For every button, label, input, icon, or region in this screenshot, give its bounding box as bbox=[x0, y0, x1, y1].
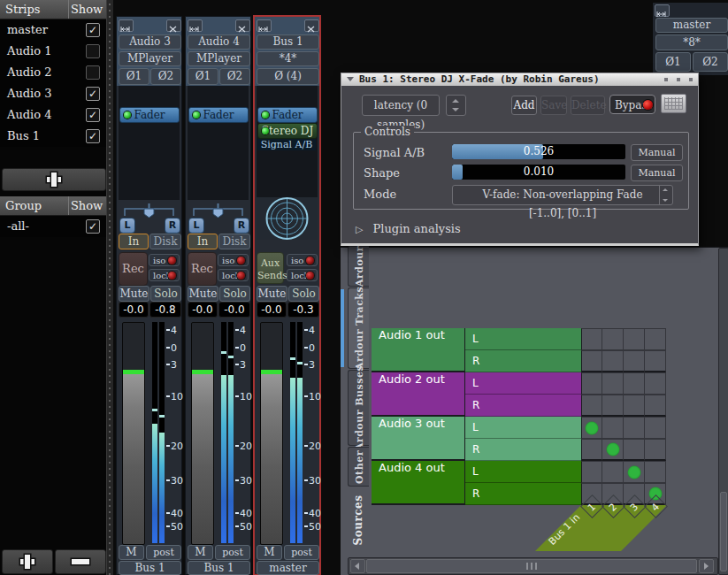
dialog-titlebar[interactable]: Bus 1: Stereo DJ X-Fade (by Robin Gareus… bbox=[341, 73, 698, 86]
matrix-cell[interactable] bbox=[624, 350, 645, 372]
fader-processor-button[interactable]: Fader bbox=[188, 107, 249, 123]
matrix-tab-ardour-busses[interactable]: Ardour Busses bbox=[348, 370, 369, 446]
plugin-analysis-expander[interactable]: ▷ Plugin analysis bbox=[356, 219, 461, 236]
meter-point-button[interactable]: post bbox=[284, 545, 319, 560]
solo-isolate-button[interactable]: iso bbox=[149, 254, 180, 266]
matrix-cell[interactable] bbox=[581, 328, 602, 350]
automation-mode-button[interactable]: Manual bbox=[631, 165, 683, 181]
plugin-control-readout[interactable]: Signal A/B bbox=[257, 139, 316, 150]
pan-left-button[interactable]: L bbox=[119, 218, 135, 234]
meter-point-button[interactable]: post bbox=[146, 545, 181, 560]
matrix-cell[interactable] bbox=[624, 395, 645, 417]
strip-name-button[interactable]: Bus 1 bbox=[257, 34, 319, 50]
matrix-channel-label[interactable]: R bbox=[465, 350, 581, 372]
matrix-cell[interactable] bbox=[602, 417, 624, 439]
mode-dropdown[interactable]: V-fade: Non-overlapping Fade [-1..0], [0… bbox=[452, 185, 673, 205]
matrix-cell[interactable] bbox=[645, 350, 666, 372]
matrix-channel-label[interactable]: L bbox=[465, 372, 581, 395]
peak-display[interactable]: -0.8 bbox=[149, 302, 181, 318]
peak-display[interactable]: -0.0 bbox=[218, 302, 250, 318]
strip-list-item[interactable]: Bus 1✓ bbox=[0, 126, 106, 147]
show-checkbox[interactable] bbox=[86, 65, 100, 80]
disk-monitor-button[interactable]: Disk bbox=[149, 234, 181, 249]
solo-isolate-button[interactable]: iso bbox=[218, 254, 249, 266]
matrix-cell[interactable] bbox=[602, 461, 624, 483]
matrix-cell[interactable] bbox=[624, 461, 645, 483]
matrix-cell[interactable] bbox=[581, 417, 602, 439]
preset-add-button[interactable]: Add bbox=[511, 96, 537, 115]
preset-delete-button[interactable]: Delete bbox=[571, 96, 605, 115]
record-enable-button[interactable]: Rec bbox=[119, 252, 148, 286]
add-group-button[interactable] bbox=[2, 549, 53, 574]
matrix-cell[interactable] bbox=[602, 372, 624, 395]
automation-mode-button[interactable]: Manual bbox=[631, 144, 683, 161]
strip-list-item[interactable]: Audio 2 bbox=[0, 62, 106, 83]
phase-2-button[interactable]: Ø2 bbox=[150, 68, 181, 85]
processor-box[interactable]: Fader bbox=[119, 86, 180, 200]
matrix-cell[interactable] bbox=[602, 395, 624, 417]
mono-button[interactable]: M bbox=[119, 545, 144, 560]
matrix-cell[interactable] bbox=[645, 439, 666, 461]
matrix-cell[interactable] bbox=[624, 372, 645, 395]
preset-selector[interactable] bbox=[446, 95, 466, 116]
scroll-left-button[interactable] bbox=[350, 559, 365, 573]
strip-name-button[interactable]: Audio 4 bbox=[188, 34, 250, 50]
gain-display[interactable]: -0.0 bbox=[188, 302, 218, 318]
mute-button[interactable]: Mute bbox=[119, 286, 149, 302]
matrix-cell[interactable] bbox=[581, 395, 602, 417]
output-button[interactable]: Bus 1 bbox=[119, 561, 181, 575]
matrix-cell[interactable] bbox=[581, 372, 602, 395]
solo-lock-button[interactable]: lock bbox=[287, 269, 318, 281]
add-strip-button[interactable] bbox=[2, 168, 106, 191]
phase-2-button[interactable]: Ø2 bbox=[219, 68, 250, 85]
fader-processor-button[interactable]: Fader bbox=[257, 107, 318, 123]
matrix-cell[interactable] bbox=[645, 395, 666, 417]
matrix-cell[interactable] bbox=[602, 350, 624, 372]
input-monitor-button[interactable]: In bbox=[188, 234, 218, 249]
scroll-right-button[interactable] bbox=[699, 559, 714, 573]
matrix-cell[interactable] bbox=[624, 328, 645, 350]
solo-isolate-button[interactable]: iso bbox=[287, 254, 318, 266]
panner-widget[interactable] bbox=[188, 202, 249, 218]
shape-slider[interactable]: 0.010 bbox=[452, 165, 625, 180]
panner-widget[interactable] bbox=[119, 202, 180, 218]
mono-button[interactable]: M bbox=[257, 545, 282, 560]
output-button[interactable]: master bbox=[257, 561, 319, 575]
matrix-row-name[interactable]: Audio 3 out bbox=[372, 417, 465, 461]
bypass-button[interactable]: Bypass bbox=[609, 95, 655, 114]
output-button[interactable]: Bus 1 bbox=[188, 561, 250, 575]
strip-list-item[interactable]: Audio 1 bbox=[0, 41, 106, 62]
strip-hide-button[interactable] bbox=[235, 19, 250, 32]
strip-list-item[interactable]: Audio 4✓ bbox=[0, 104, 106, 126]
solo-button[interactable]: Solo bbox=[219, 286, 250, 302]
matrix-cell[interactable] bbox=[581, 461, 602, 483]
processor-box[interactable]: Fader bbox=[188, 86, 249, 200]
matrix-cell[interactable] bbox=[602, 328, 624, 350]
show-checkbox[interactable]: ✓ bbox=[86, 108, 100, 122]
strip-hide-button[interactable] bbox=[166, 19, 181, 32]
pan-right-button[interactable]: R bbox=[165, 218, 180, 234]
record-enable-button[interactable]: Rec bbox=[188, 252, 217, 286]
matrix-tab-ardour-tracks[interactable]: Ardour Tracks bbox=[348, 288, 369, 369]
keyboard-focus-icon[interactable] bbox=[661, 94, 686, 113]
mono-button[interactable]: M bbox=[188, 545, 213, 560]
v-scrollbar-handle[interactable] bbox=[720, 492, 727, 571]
gain-fader[interactable] bbox=[191, 322, 214, 545]
strip-input-button[interactable]: *4* bbox=[257, 51, 319, 66]
matrix-cell[interactable] bbox=[581, 439, 602, 461]
minimize-icon[interactable] bbox=[664, 78, 668, 81]
h-scrollbar-handle[interactable] bbox=[366, 559, 697, 573]
fader-processor-button[interactable]: Fader bbox=[119, 107, 180, 123]
matrix-row-name[interactable]: Audio 4 out bbox=[372, 461, 465, 505]
matrix-cell[interactable] bbox=[645, 328, 666, 350]
show-checkbox[interactable]: ✓ bbox=[86, 87, 100, 101]
matrix-tab-ardour[interactable]: Ardour bbox=[348, 246, 369, 287]
strip-width-button[interactable] bbox=[188, 19, 203, 32]
input-monitor-button[interactable]: In bbox=[119, 234, 149, 249]
strip-width-button[interactable] bbox=[655, 4, 670, 17]
matrix-row-name[interactable]: Audio 2 out bbox=[372, 372, 465, 417]
gain-fader[interactable] bbox=[260, 322, 283, 545]
strip-input-button[interactable]: MPlayer bbox=[119, 51, 181, 66]
strip-width-button[interactable] bbox=[257, 19, 272, 32]
matrix-channel-label[interactable]: R bbox=[465, 395, 581, 417]
